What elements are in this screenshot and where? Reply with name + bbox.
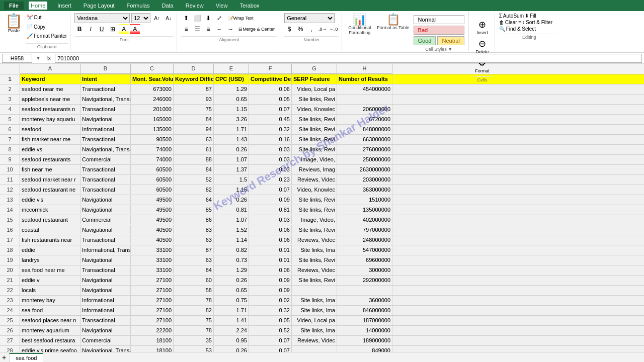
cell-23-col-f[interactable]: 0.02	[249, 296, 292, 305]
col-header-a[interactable]: A	[20, 64, 80, 74]
conditional-formatting-button[interactable]: 📊 ConditionalFormatting	[346, 13, 373, 36]
cell-2-col-g[interactable]: Video, Local pa	[292, 84, 337, 94]
cell-2-col-e[interactable]: 1.29	[214, 84, 249, 94]
cell-6-col-c[interactable]: 135000	[131, 125, 174, 134]
cell-27-col-a[interactable]: best seafood restaura	[20, 336, 80, 345]
cell-3-col-d[interactable]: 93	[174, 95, 214, 104]
cell-5-col-d[interactable]: 84	[174, 115, 214, 124]
cell-26-col-h[interactable]: 14000000	[337, 326, 392, 335]
cell-10-col-g[interactable]: Reviews, Imag	[292, 165, 337, 174]
formula-input[interactable]	[55, 54, 642, 63]
cell-13-col-c[interactable]: 49500	[131, 195, 174, 204]
cell-13-col-h[interactable]: 1510000	[337, 195, 392, 204]
cell-9-col-e[interactable]: 1.07	[214, 155, 249, 164]
cell-21-col-b[interactable]: Navigational	[80, 276, 131, 285]
cell-23-col-d[interactable]: 78	[174, 296, 214, 305]
header-density[interactable]: Competitive Dens	[249, 74, 292, 83]
align-left-button[interactable]: ≡	[181, 24, 191, 34]
cell-15-col-a[interactable]: seafood restaurant	[20, 215, 80, 224]
cell-6-col-a[interactable]: seafood	[20, 125, 80, 134]
cell-18-col-h[interactable]: 547000000	[337, 245, 392, 254]
cell-10-col-c[interactable]: 60500	[131, 165, 174, 174]
fill-button[interactable]: ⬇ Fill	[525, 13, 536, 19]
cell-6-col-e[interactable]: 1.71	[214, 125, 249, 134]
cell-25-col-f[interactable]: 0.05	[249, 316, 292, 325]
number-format-select[interactable]: General	[284, 13, 335, 23]
cell-4-col-f[interactable]: 0.07	[249, 105, 292, 114]
cell-8-col-f[interactable]: 0.03	[249, 145, 292, 154]
cell-19-col-a[interactable]: landrys	[20, 255, 80, 264]
cell-4-col-a[interactable]: seafood restaurants n	[20, 105, 80, 114]
cell-12-col-g[interactable]: Video, Knowlec	[292, 185, 337, 194]
cell-11-col-g[interactable]: Reviews, Videc	[292, 175, 337, 184]
col-header-g[interactable]: G	[292, 64, 337, 74]
cell-20-col-b[interactable]: Transactional	[80, 265, 131, 275]
align-middle-button[interactable]: ⬜	[192, 13, 202, 23]
cell-13-col-e[interactable]: 0.26	[214, 195, 249, 204]
cell-6-col-b[interactable]: Informational	[80, 125, 131, 134]
cell-11-col-e[interactable]: 1.5	[214, 175, 249, 184]
cell-16-col-f[interactable]: 0.06	[249, 225, 292, 234]
cell-15-col-g[interactable]: Image, Video,	[292, 215, 337, 224]
cell-8-col-g[interactable]: Site links, Revi	[292, 145, 337, 154]
cell-11-col-c[interactable]: 60500	[131, 175, 174, 184]
cell-15-col-f[interactable]: 0.03	[249, 215, 292, 224]
cell-5-col-a[interactable]: monterey bay aquariu	[20, 115, 80, 124]
cell-22-col-b[interactable]: Navigational	[80, 286, 131, 295]
cell-20-col-a[interactable]: sea food near me	[20, 265, 80, 275]
cell-19-col-d[interactable]: 63	[174, 255, 214, 264]
normal-style[interactable]: Normal	[414, 15, 464, 24]
align-center-button[interactable]: ☰	[192, 24, 202, 34]
cell-18-col-a[interactable]: eddie	[20, 245, 80, 254]
decrease-indent-button[interactable]: ←	[214, 24, 224, 34]
delete-button[interactable]: ⊖ Delete	[473, 37, 492, 55]
cell-12-col-d[interactable]: 82	[174, 185, 214, 194]
cell-25-col-c[interactable]: 27100	[131, 316, 174, 325]
cell-8-col-a[interactable]: eddie vs	[20, 145, 80, 154]
font-name-select[interactable]: Verdana	[74, 13, 130, 23]
cell-7-col-e[interactable]: 1.43	[214, 135, 249, 144]
cell-18-col-f[interactable]: 0.01	[249, 245, 292, 254]
cell-2-col-f[interactable]: 0.06	[249, 84, 292, 94]
find-select-button[interactable]: 🔍 Find & Select	[499, 26, 536, 32]
cell-9-col-a[interactable]: seafood restaurants	[20, 155, 80, 164]
header-difficulty[interactable]: Keyword Difficult	[174, 74, 214, 83]
cell-22-col-c[interactable]: 27100	[131, 286, 174, 295]
comma-button[interactable]: ,	[306, 24, 316, 34]
file-button[interactable]: File	[4, 2, 24, 10]
cell-19-col-h[interactable]: 69600000	[337, 255, 392, 264]
cell-13-col-b[interactable]: Navigational	[80, 195, 131, 204]
cell-17-col-b[interactable]: Transactional	[80, 235, 131, 244]
cell-22-col-f[interactable]: 0.09	[249, 286, 292, 295]
cell-8-col-c[interactable]: 74000	[131, 145, 174, 154]
cell-25-col-d[interactable]: 75	[174, 316, 214, 325]
percent-button[interactable]: %	[295, 24, 305, 34]
cell-19-col-f[interactable]: 0.01	[249, 255, 292, 264]
font-size-select[interactable]: 12	[131, 13, 150, 23]
cell-2-col-h[interactable]: 454000000	[337, 84, 392, 94]
cell-7-col-a[interactable]: fish market near me	[20, 135, 80, 144]
formula-expand-button[interactable]: ▼	[34, 55, 42, 61]
cell-14-col-d[interactable]: 85	[174, 205, 214, 214]
cut-button[interactable]: ✂️ Cut	[26, 14, 68, 21]
cell-11-col-h[interactable]: 203000000	[337, 175, 392, 184]
cell-7-col-g[interactable]: Site links, Revi	[292, 135, 337, 144]
cell-13-col-f[interactable]: 0.09	[249, 195, 292, 204]
cell-24-col-h[interactable]: 846000000	[337, 306, 392, 315]
cell-8-col-h[interactable]: 276000000	[337, 145, 392, 154]
cell-22-col-a[interactable]: locals	[20, 286, 80, 295]
merge-center-button[interactable]: ⊟ Merge & Center	[236, 24, 277, 34]
cell-17-col-c[interactable]: 40500	[131, 235, 174, 244]
text-angle-button[interactable]: ⤢	[214, 13, 224, 23]
tab-formulas[interactable]: Formulas	[125, 2, 152, 10]
cell-2-col-d[interactable]: 87	[174, 84, 214, 94]
cell-26-col-c[interactable]: 22200	[131, 326, 174, 335]
cell-14-col-f[interactable]: 0.81	[249, 205, 292, 214]
cell-26-col-d[interactable]: 78	[174, 326, 214, 335]
neutral-style[interactable]: Neutral	[437, 36, 464, 45]
cell-4-col-d[interactable]: 75	[174, 105, 214, 114]
cell-14-col-h[interactable]: 135000000	[337, 205, 392, 214]
cell-20-col-c[interactable]: 33100	[131, 265, 174, 275]
cell-6-col-g[interactable]: Site links, Revi	[292, 125, 337, 134]
cell-12-col-e[interactable]: 1.15	[214, 185, 249, 194]
